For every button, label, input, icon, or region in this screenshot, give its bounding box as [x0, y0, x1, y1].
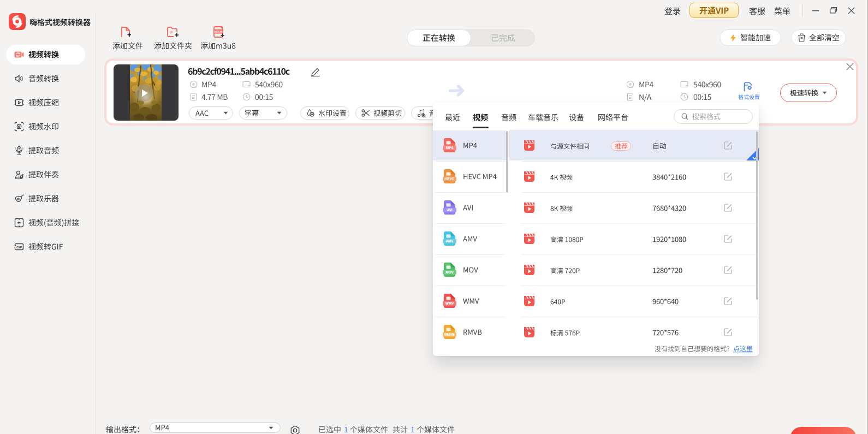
- svg-text:GIF: GIF: [16, 246, 22, 249]
- svg-text:HEVC: HEVC: [445, 177, 455, 181]
- svg-text:M3U8: M3U8: [215, 30, 223, 33]
- svg-text:RMVB: RMVB: [444, 332, 455, 336]
- svg-text:MP4: MP4: [446, 146, 454, 150]
- svg-text:AVI: AVI: [447, 208, 452, 212]
- svg-text:WMV: WMV: [445, 301, 454, 305]
- svg-text:AMV: AMV: [445, 239, 454, 243]
- svg-text:MOV: MOV: [445, 270, 454, 274]
